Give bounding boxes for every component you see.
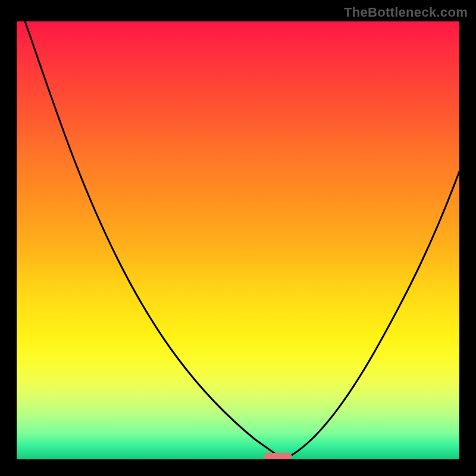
chart-frame: TheBottleneck.com xyxy=(0,0,476,476)
optimal-marker xyxy=(264,453,292,459)
bottleneck-curve xyxy=(17,21,459,459)
watermark-text: TheBottleneck.com xyxy=(344,5,468,20)
curve-right-branch xyxy=(292,171,459,455)
plot-area xyxy=(17,21,459,459)
curve-left-branch xyxy=(25,21,277,455)
